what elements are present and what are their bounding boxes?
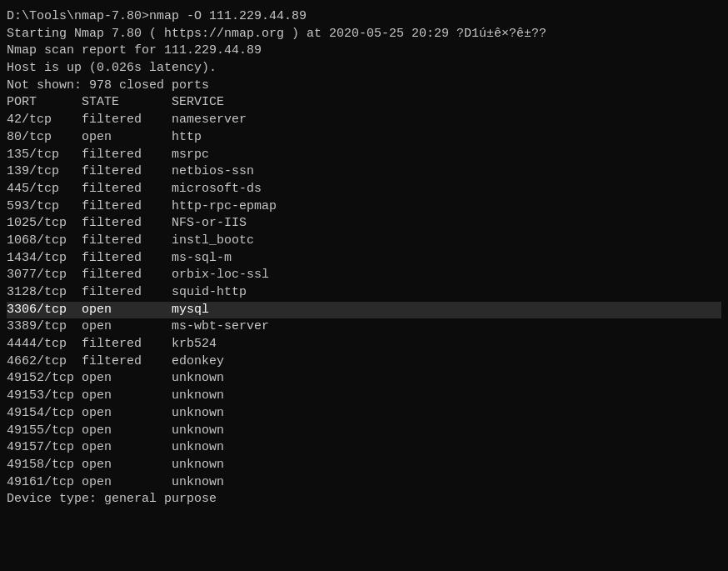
port-row-r15: 4662/tcp filtered edonkey bbox=[7, 353, 721, 371]
port-row-r12: 3306/tcp open mysql bbox=[7, 302, 721, 319]
port-row-r1: 42/tcp filtered nameserver bbox=[7, 112, 721, 129]
port-row-r19: 49155/tcp open unknown bbox=[7, 423, 721, 440]
port-row-r11: 3128/tcp filtered squid-http bbox=[7, 284, 721, 302]
port-row-r2: 80/tcp open http bbox=[7, 129, 721, 147]
port-row-r6: 593/tcp filtered http-rpc-epmap bbox=[7, 198, 721, 216]
port-row-r4: 139/tcp filtered netbios-ssn bbox=[7, 163, 721, 181]
port-row-r10: 3077/tcp filtered orbix-loc-ssl bbox=[7, 267, 721, 284]
terminal-line-cmd: D:\Tools\nmap-7.80>nmap -O 111.229.44.89 bbox=[7, 8, 721, 26]
terminal-line-not-shown: Not shown: 978 closed ports bbox=[7, 78, 721, 95]
terminal-line-device-type: Device type: general purpose bbox=[7, 491, 721, 508]
port-row-r8: 1068/tcp filtered instl_bootc bbox=[7, 233, 721, 250]
port-row-r3: 135/tcp filtered msrpc bbox=[7, 147, 721, 164]
terminal-line-host-up: Host is up (0.026s latency). bbox=[7, 60, 721, 78]
port-row-r13: 3389/tcp open ms-wbt-server bbox=[7, 318, 721, 336]
port-row-r18: 49154/tcp open unknown bbox=[7, 405, 721, 423]
port-row-r17: 49153/tcp open unknown bbox=[7, 388, 721, 405]
terminal-line-col-header: PORT STATE SERVICE bbox=[7, 94, 721, 112]
port-row-r22: 49161/tcp open unknown bbox=[7, 474, 721, 492]
terminal-window: D:\Tools\nmap-7.80>nmap -O 111.229.44.89… bbox=[0, 0, 728, 571]
port-row-r14: 4444/tcp filtered krb524 bbox=[7, 336, 721, 353]
port-row-r20: 49157/tcp open unknown bbox=[7, 439, 721, 457]
terminal-line-starting: Starting Nmap 7.80 ( https://nmap.org ) … bbox=[7, 26, 721, 43]
port-row-r16: 49152/tcp open unknown bbox=[7, 370, 721, 388]
port-row-r9: 1434/tcp filtered ms-sql-m bbox=[7, 250, 721, 268]
terminal-line-scan-report: Nmap scan report for 111.229.44.89 bbox=[7, 43, 721, 60]
port-row-r21: 49158/tcp open unknown bbox=[7, 457, 721, 474]
port-row-r5: 445/tcp filtered microsoft-ds bbox=[7, 181, 721, 198]
port-row-r7: 1025/tcp filtered NFS-or-IIS bbox=[7, 215, 721, 233]
